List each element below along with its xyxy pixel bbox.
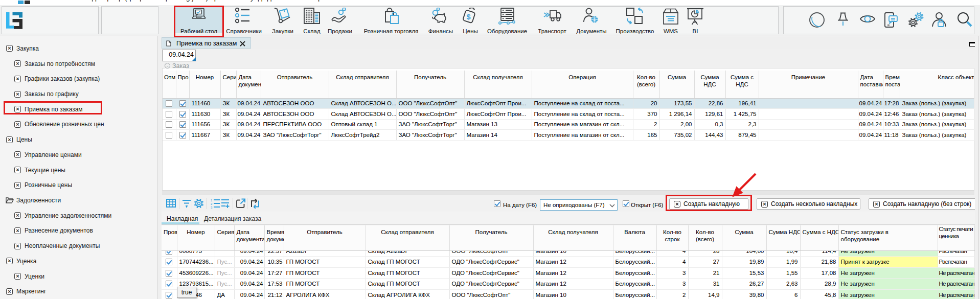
svg-text:2: 2 xyxy=(211,202,213,205)
svg-text:$: $ xyxy=(467,13,471,21)
svg-text:1: 1 xyxy=(211,199,213,202)
svg-text:3: 3 xyxy=(211,206,213,209)
